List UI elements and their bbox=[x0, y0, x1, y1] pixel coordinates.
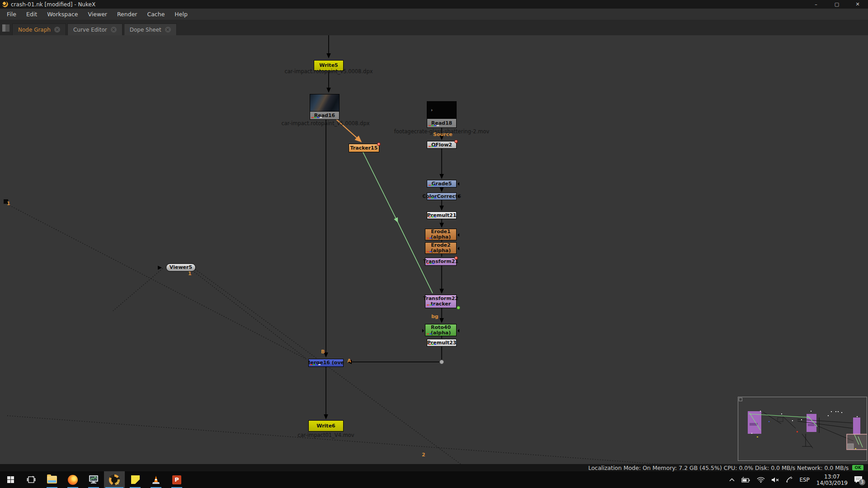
node-graph-minimap[interactable] bbox=[738, 397, 867, 461]
system-tray: ESP 13:07 14/03/2019 3 bbox=[726, 471, 868, 488]
node-read16-filename: car-impact.rotopaint_v5.0008.dpx bbox=[282, 120, 370, 127]
channel-indicator bbox=[429, 344, 436, 345]
taskbar-powerpoint[interactable]: P bbox=[166, 471, 187, 488]
bg-pipe-label: bg bbox=[431, 314, 439, 319]
status-bar: Localization Mode: On Memory: 7.2 GB (45… bbox=[0, 464, 868, 471]
node-sublabel: (alpha) bbox=[431, 330, 451, 336]
node-erode1[interactable]: Erode1 (alpha) bbox=[425, 229, 457, 240]
menu-cache[interactable]: Cache bbox=[142, 9, 170, 20]
merge-a-input-label: A bbox=[347, 358, 351, 364]
tray-clock[interactable]: 13:07 14/03/2019 bbox=[813, 474, 851, 486]
node-sublabel: (alpha) bbox=[431, 248, 451, 253]
tab-close-icon[interactable]: × bbox=[54, 27, 60, 33]
viewer-input-label-bottom: 2 bbox=[422, 452, 425, 458]
node-label: Viewer5 bbox=[170, 265, 192, 270]
node-premult21[interactable]: Premult21 bbox=[427, 211, 457, 219]
read16-thumbnail bbox=[310, 94, 339, 112]
clock-time: 13:07 bbox=[816, 474, 848, 480]
wire-elbow-dot bbox=[440, 360, 444, 364]
windows-logo-icon bbox=[7, 476, 14, 483]
menu-render[interactable]: Render bbox=[112, 9, 142, 20]
tab-close-icon[interactable]: × bbox=[111, 27, 117, 33]
menu-edit[interactable]: Edit bbox=[21, 9, 42, 20]
taskbar-nuke-active[interactable] bbox=[104, 471, 125, 488]
vlc-icon bbox=[151, 475, 161, 485]
node-read18[interactable]: › Read18 bbox=[427, 101, 457, 128]
pen-icon bbox=[786, 476, 793, 483]
tab-dope-sheet-label: Dope Sheet bbox=[130, 27, 161, 33]
node-write5-filename: car-impact.rotopaint_v5.0008.dpx bbox=[285, 68, 373, 75]
node-transform22[interactable]: Transform22 tracker bbox=[425, 295, 457, 308]
node-roto40[interactable]: Roto40 (alpha) bbox=[425, 324, 457, 336]
status-text: Localization Mode: On Memory: 7.2 GB (45… bbox=[588, 465, 849, 471]
channel-indicator bbox=[427, 333, 432, 334]
minimap-viewport bbox=[847, 434, 867, 450]
tray-pen[interactable] bbox=[783, 476, 796, 483]
minimize-button[interactable]: – bbox=[806, 0, 826, 9]
menu-workspace[interactable]: Workspace bbox=[42, 9, 83, 20]
taskbar-vlc[interactable] bbox=[146, 471, 166, 488]
node-colorcorrect6[interactable]: ColorCorrect6 bbox=[427, 192, 457, 200]
mask-input-arrow-icon bbox=[456, 329, 459, 333]
clock-date: 14/03/2019 bbox=[816, 480, 848, 486]
notification-center-button[interactable]: 3 bbox=[851, 476, 868, 483]
node-write6[interactable]: Write6 bbox=[308, 420, 344, 432]
channel-indicator bbox=[427, 238, 432, 239]
node-oflow2[interactable]: OFlow2 bbox=[427, 141, 457, 149]
window-titlebar: crash-01.nk [modified] - NukeX – ▢ ✕ bbox=[0, 0, 868, 9]
tray-battery[interactable] bbox=[738, 477, 754, 483]
tab-close-icon[interactable]: × bbox=[165, 27, 171, 33]
node-grade5[interactable]: Grade5 bbox=[427, 180, 457, 188]
tab-curve-editor[interactable]: Curve Editor × bbox=[67, 23, 123, 35]
taskbar-firefox[interactable] bbox=[62, 471, 83, 488]
window-controls: – ▢ ✕ bbox=[806, 0, 868, 9]
node-tracker15[interactable]: Tracker15 bbox=[349, 144, 379, 152]
node-merge16[interactable]: Merge16 (over bbox=[308, 359, 344, 367]
tray-wifi[interactable] bbox=[754, 477, 768, 483]
viewer-input-label-left: 1 bbox=[7, 201, 10, 206]
node-erode2[interactable]: Erode2 (alpha) bbox=[425, 242, 457, 254]
tray-language[interactable]: ESP bbox=[796, 477, 812, 483]
channel-indicator bbox=[427, 263, 434, 264]
mask-input-arrow-icon bbox=[422, 329, 426, 333]
node-transform21[interactable]: Transform21 bbox=[425, 258, 457, 266]
ok-indicator-icon bbox=[457, 306, 460, 310]
chevron-up-icon bbox=[729, 477, 735, 483]
nuke-icon bbox=[109, 474, 120, 485]
node-premult23[interactable]: Premult23 bbox=[427, 339, 457, 347]
node-sublabel: tracker bbox=[431, 301, 451, 307]
node-label: Roto40 bbox=[431, 325, 451, 330]
node-label: Write6 bbox=[316, 423, 335, 429]
node-label: Write5 bbox=[319, 63, 338, 68]
tab-node-graph-label: Node Graph bbox=[18, 27, 51, 33]
windows-taskbar: P bbox=[0, 471, 868, 488]
source-pipe-label: Source bbox=[433, 131, 453, 137]
channel-indicator bbox=[429, 197, 436, 198]
close-button[interactable]: ✕ bbox=[847, 0, 868, 9]
sticky-notes-icon bbox=[131, 475, 140, 484]
task-view-icon bbox=[27, 476, 36, 484]
taskbar-sticky-notes[interactable] bbox=[125, 471, 146, 488]
menu-viewer[interactable]: Viewer bbox=[83, 9, 112, 20]
tab-dope-sheet[interactable]: Dope Sheet × bbox=[124, 23, 177, 35]
node-label: Tracker15 bbox=[350, 145, 378, 151]
tab-node-graph[interactable]: Node Graph × bbox=[12, 23, 66, 35]
taskbar-file-explorer[interactable] bbox=[42, 471, 62, 488]
tray-chevron-up[interactable] bbox=[726, 477, 738, 483]
start-button[interactable] bbox=[0, 471, 21, 488]
node-read16[interactable]: Read16 bbox=[310, 94, 340, 120]
taskbar-performance-monitor[interactable] bbox=[83, 471, 104, 488]
task-view-button[interactable] bbox=[21, 471, 42, 488]
node-label: Read18 bbox=[431, 119, 453, 127]
maximize-button[interactable]: ▢ bbox=[826, 0, 847, 9]
menu-file[interactable]: File bbox=[2, 9, 21, 20]
node-graph-canvas[interactable]: 1 2 Write5 car-impact.rotopaint_v5.0008.… bbox=[0, 35, 868, 464]
window-title: crash-01.nk [modified] - NukeX bbox=[11, 1, 95, 8]
menu-help[interactable]: Help bbox=[170, 9, 193, 20]
error-indicator-icon bbox=[454, 140, 458, 143]
panel-splitter-icon[interactable] bbox=[2, 24, 9, 32]
tray-volume-muted[interactable] bbox=[768, 477, 783, 483]
file-explorer-icon bbox=[47, 476, 57, 483]
channel-indicator bbox=[310, 364, 321, 365]
node-sublabel: (alpha) bbox=[431, 235, 451, 240]
